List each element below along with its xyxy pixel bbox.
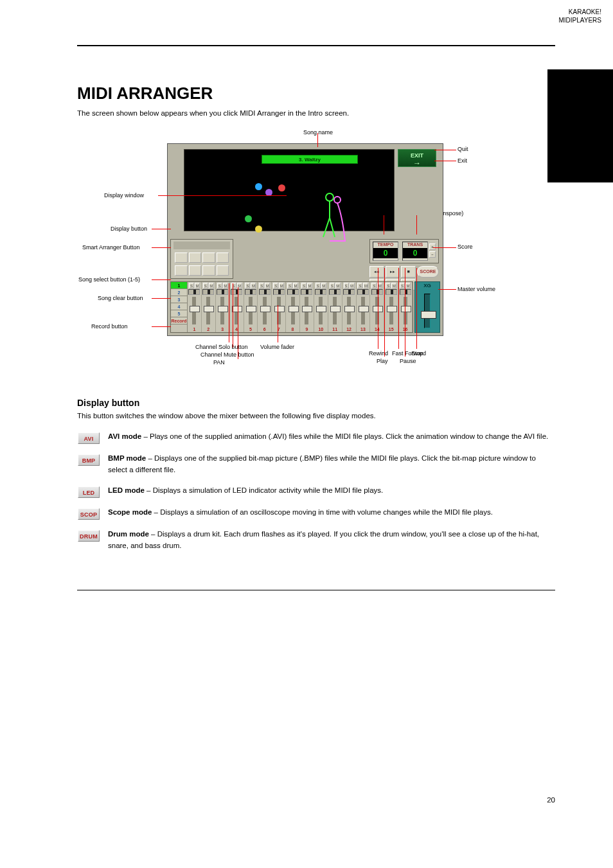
mute-button[interactable]: M <box>391 283 396 288</box>
pan-knob[interactable] <box>343 289 355 295</box>
pan-knob[interactable] <box>273 289 285 295</box>
callout-smart-arranger: Smart Arranger Button <box>82 244 140 251</box>
fast-forward-button[interactable]: ▸▸ <box>386 266 400 278</box>
solo-button[interactable]: S <box>400 283 405 288</box>
mute-button[interactable]: M <box>265 283 270 288</box>
solo-button[interactable]: S <box>386 283 391 288</box>
callout-display-button: Display button <box>111 226 147 233</box>
mixer-channel: SM1 <box>188 282 202 332</box>
display-window[interactable]: 3. Waltzy <box>184 149 395 231</box>
smart-arranger-button[interactable] <box>175 265 188 276</box>
display-mode-button[interactable] <box>189 252 202 263</box>
pan-knob[interactable] <box>329 289 341 295</box>
solo-button[interactable]: S <box>357 283 362 288</box>
solo-button[interactable]: S <box>259 283 264 288</box>
volume-fader[interactable] <box>319 297 323 324</box>
drum-mode-icon: DRUM <box>78 530 100 542</box>
song-select-button[interactable]: 3 <box>171 296 187 303</box>
mute-button[interactable]: M <box>405 283 411 288</box>
disco-light-icon <box>278 184 285 191</box>
volume-fader[interactable] <box>249 297 253 324</box>
scope-mode-icon: SCOP <box>78 508 100 520</box>
mixer-channel: SM7 <box>272 282 286 332</box>
mixer-channel: SM9 <box>300 282 314 332</box>
solo-button[interactable]: S <box>203 283 208 288</box>
pan-knob[interactable] <box>371 289 383 295</box>
callout-song-name: Song name <box>303 129 333 136</box>
mute-button[interactable]: M <box>223 283 228 288</box>
mute-button[interactable]: M <box>209 283 214 288</box>
display-mode-button[interactable] <box>202 252 215 263</box>
volume-fader[interactable] <box>263 297 267 324</box>
solo-button[interactable]: S <box>189 283 194 288</box>
annotated-screenshot: Song name Quit Exit Display window Displ… <box>64 125 565 382</box>
mute-button[interactable]: M <box>350 283 355 288</box>
volume-fader[interactable] <box>305 297 308 324</box>
mute-button[interactable]: M <box>321 283 326 288</box>
master-volume-fader[interactable] <box>424 294 431 328</box>
callout-exit: Exit <box>458 157 467 164</box>
volume-fader[interactable] <box>220 297 224 324</box>
pan-knob[interactable] <box>259 289 271 295</box>
svg-point-1 <box>334 197 341 203</box>
mute-button[interactable]: M <box>195 283 200 288</box>
mute-button[interactable]: M <box>251 283 256 288</box>
solo-button[interactable]: S <box>315 283 321 288</box>
volume-fader[interactable] <box>361 297 365 324</box>
smart-arranger-button[interactable] <box>217 265 229 276</box>
pan-knob[interactable] <box>357 289 369 295</box>
volume-fader[interactable] <box>192 297 196 324</box>
mixer-channel: SM11 <box>328 282 342 332</box>
song-select-button[interactable]: 5 <box>171 310 187 317</box>
mute-button[interactable]: M <box>293 283 298 288</box>
solo-button[interactable]: S <box>273 283 278 288</box>
volume-fader[interactable] <box>333 297 337 324</box>
display-mode-button[interactable] <box>217 252 229 263</box>
led-mode-icon: LED <box>78 486 100 498</box>
step-down-button[interactable]: − <box>429 251 436 258</box>
pan-knob[interactable] <box>386 289 397 295</box>
song-select-button[interactable]: 2 <box>171 289 187 296</box>
smart-arranger-button[interactable] <box>189 265 202 276</box>
pan-knob[interactable] <box>287 289 299 295</box>
exit-button[interactable]: EXIT <box>398 149 436 167</box>
pan-knob[interactable] <box>315 289 326 295</box>
page-number: 20 <box>547 796 555 804</box>
volume-fader[interactable] <box>347 297 351 324</box>
smart-arranger-button[interactable] <box>202 265 215 276</box>
display-mode-button[interactable] <box>175 252 188 263</box>
solo-button[interactable]: S <box>217 283 222 288</box>
mute-button[interactable]: M <box>363 283 368 288</box>
score-button[interactable]: SCORE <box>417 266 439 278</box>
pan-knob[interactable] <box>188 289 200 295</box>
song-record-button[interactable]: Record <box>171 317 187 324</box>
pan-knob[interactable] <box>202 289 214 295</box>
rewind-button[interactable]: ◂◂ <box>369 266 384 278</box>
tempo-trans-panel: TEMPO 0 TRANS 0 + − <box>369 239 439 263</box>
mute-button[interactable]: M <box>335 283 341 288</box>
volume-fader[interactable] <box>291 297 295 324</box>
stop-button[interactable]: ■ <box>401 266 416 278</box>
solo-button[interactable]: S <box>245 283 250 288</box>
song-select-button[interactable]: 1 <box>171 282 187 289</box>
subsection-title: Display button <box>77 398 555 408</box>
volume-fader[interactable] <box>206 297 210 324</box>
solo-button[interactable]: S <box>301 283 306 288</box>
mute-button[interactable]: M <box>307 283 312 288</box>
callout-channel-solo: Channel Solo button <box>195 344 248 351</box>
page-header-right: KARAOKE! MIDIPLAYERS <box>559 8 602 24</box>
solo-button[interactable]: S <box>231 283 236 288</box>
section-heading: MIDI ARRANGER <box>77 84 555 103</box>
mute-button[interactable]: M <box>279 283 284 288</box>
song-select-button[interactable]: 4 <box>171 303 187 310</box>
volume-fader[interactable] <box>389 297 393 324</box>
solo-button[interactable]: S <box>371 283 377 288</box>
solo-button[interactable]: S <box>330 283 335 288</box>
step-up-button[interactable]: + <box>429 244 436 250</box>
mixer-channel: SM4 <box>230 282 244 332</box>
solo-button[interactable]: S <box>344 283 349 288</box>
pan-knob[interactable] <box>245 289 256 295</box>
pan-knob[interactable] <box>217 289 228 295</box>
solo-button[interactable]: S <box>287 283 292 288</box>
pan-knob[interactable] <box>301 289 312 295</box>
